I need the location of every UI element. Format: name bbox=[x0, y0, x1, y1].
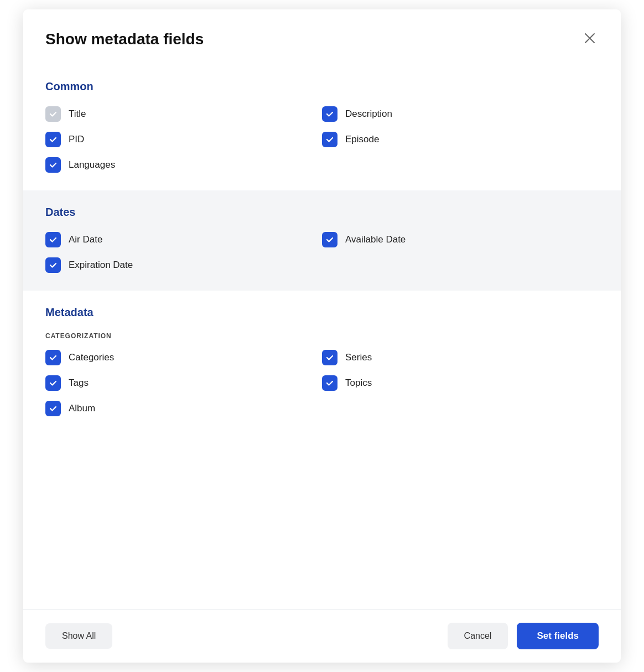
checkmark-icon bbox=[325, 235, 334, 244]
field-item-topics: Topics bbox=[322, 375, 599, 391]
checkmark-icon bbox=[49, 379, 58, 387]
show-all-button[interactable]: Show All bbox=[45, 623, 112, 649]
checkbox-title[interactable] bbox=[45, 106, 61, 122]
modal-title: Show metadata fields bbox=[45, 30, 204, 48]
field-label-series: Series bbox=[345, 352, 372, 363]
field-label-pid: PID bbox=[69, 134, 84, 145]
checkbox-languages[interactable] bbox=[45, 157, 61, 173]
checkmark-icon bbox=[49, 161, 58, 169]
dates-fields-grid: Air Date Available Date Expiration bbox=[45, 232, 599, 273]
field-item-expiration-date: Expiration Date bbox=[45, 257, 322, 273]
field-item-languages: Languages bbox=[45, 157, 322, 173]
checkmark-icon bbox=[49, 110, 58, 118]
field-item-available-date: Available Date bbox=[322, 232, 599, 247]
checkbox-categories[interactable] bbox=[45, 350, 61, 365]
checkmark-icon bbox=[49, 353, 58, 362]
field-label-air-date: Air Date bbox=[69, 234, 102, 245]
field-label-album: Album bbox=[69, 403, 95, 414]
close-button[interactable] bbox=[581, 29, 599, 49]
field-item-description: Description bbox=[322, 106, 599, 122]
close-icon bbox=[583, 32, 596, 45]
checkbox-album[interactable] bbox=[45, 401, 61, 416]
checkbox-tags[interactable] bbox=[45, 375, 61, 391]
checkmark-icon bbox=[49, 235, 58, 244]
field-item-title: Title bbox=[45, 106, 322, 122]
field-label-expiration-date: Expiration Date bbox=[69, 260, 133, 271]
common-section-title: Common bbox=[45, 80, 599, 93]
checkbox-pid[interactable] bbox=[45, 132, 61, 147]
checkbox-topics[interactable] bbox=[322, 375, 337, 391]
checkmark-icon bbox=[325, 135, 334, 144]
cancel-button[interactable]: Cancel bbox=[448, 623, 508, 649]
field-label-episode: Episode bbox=[345, 134, 379, 145]
field-label-categories: Categories bbox=[69, 352, 114, 363]
checkmark-icon bbox=[325, 110, 334, 118]
checkmark-icon bbox=[325, 353, 334, 362]
modal-header: Show metadata fields bbox=[23, 9, 621, 65]
common-fields-grid: Title Description PID bbox=[45, 106, 599, 173]
field-item-album: Album bbox=[45, 401, 322, 416]
checkmark-icon bbox=[49, 261, 58, 270]
field-label-languages: Languages bbox=[69, 159, 115, 170]
field-item-categories: Categories bbox=[45, 350, 322, 365]
modal-footer: Show All Cancel Set fields bbox=[23, 609, 621, 663]
checkbox-expiration-date[interactable] bbox=[45, 257, 61, 273]
field-item-episode: Episode bbox=[322, 132, 599, 147]
checkbox-air-date[interactable] bbox=[45, 232, 61, 247]
common-section: Common Title Description bbox=[23, 65, 621, 190]
field-item-air-date: Air Date bbox=[45, 232, 322, 247]
footer-right-actions: Cancel Set fields bbox=[448, 623, 599, 649]
checkbox-available-date[interactable] bbox=[322, 232, 337, 247]
checkbox-episode[interactable] bbox=[322, 132, 337, 147]
field-label-tags: Tags bbox=[69, 378, 89, 389]
field-label-available-date: Available Date bbox=[345, 234, 406, 245]
checkbox-description[interactable] bbox=[322, 106, 337, 122]
dates-section: Dates Air Date Available Date bbox=[23, 190, 621, 291]
metadata-section-title: Metadata bbox=[45, 306, 599, 319]
metadata-section: Metadata CATEGORIZATION Categories bbox=[23, 291, 621, 609]
modal: Show metadata fields Common Title bbox=[23, 9, 621, 663]
field-item-tags: Tags bbox=[45, 375, 322, 391]
checkmark-icon bbox=[49, 404, 58, 413]
checkmark-icon bbox=[49, 135, 58, 144]
checkmark-icon bbox=[325, 379, 334, 387]
field-label-title: Title bbox=[69, 108, 86, 120]
field-label-description: Description bbox=[345, 108, 392, 120]
dates-section-title: Dates bbox=[45, 206, 599, 219]
field-item-series: Series bbox=[322, 350, 599, 365]
field-label-topics: Topics bbox=[345, 378, 372, 389]
field-item-pid: PID bbox=[45, 132, 322, 147]
categorization-subsection-title: CATEGORIZATION bbox=[45, 332, 599, 340]
checkbox-series[interactable] bbox=[322, 350, 337, 365]
metadata-fields-grid: Categories Series Tags bbox=[45, 350, 599, 416]
set-fields-button[interactable]: Set fields bbox=[517, 623, 599, 649]
